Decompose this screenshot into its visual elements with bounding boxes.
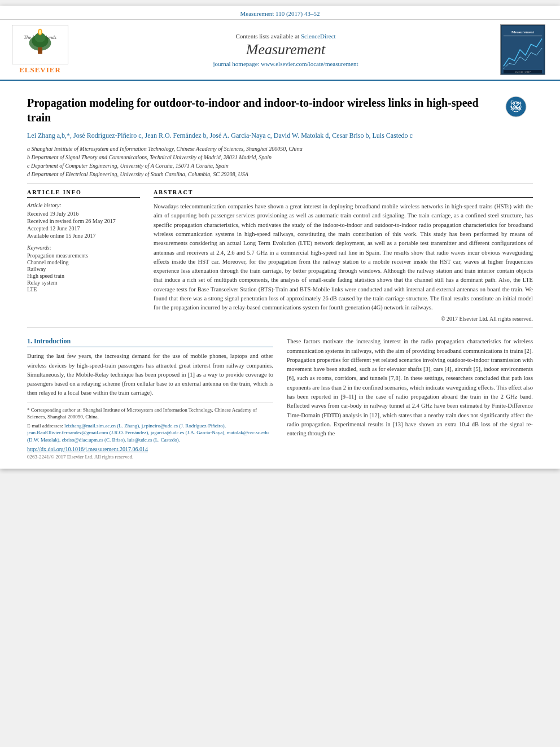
intro-left-col: 1. Introduction During the last few year…	[27, 337, 273, 459]
sciencedirect-info: Contents lists available at ScienceDirec…	[82, 33, 489, 40]
section1-title: 1. Introduction	[27, 337, 273, 347]
abstract-text: Nowadays telecommunication companies hav…	[154, 202, 533, 312]
affiliation-c: c Department of Computer Engineering, Un…	[27, 161, 533, 170]
info-abstract-section: ARTICLE INFO Article history: Received 1…	[27, 184, 533, 328]
journal-cover-section: Measurement Vol 110 | 2017	[500, 24, 551, 75]
revised-date: Received in revised form 26 May 2017	[27, 218, 140, 224]
affiliation-b: b Department of Signal Theory and Commun…	[27, 153, 533, 161]
received-date: Received 19 July 2016	[27, 211, 140, 217]
svg-point-7	[39, 30, 41, 34]
keywords-section: Keywords: Propagation measurements Chann…	[27, 244, 140, 292]
keyword-5: LTE	[27, 286, 140, 292]
doi-link[interactable]: http://dx.doi.org/10.1016/j.measurement.…	[27, 446, 273, 452]
keyword-2: Railway	[27, 266, 140, 272]
affiliation-a: a Shanghai Institute of Microsystem and …	[27, 145, 533, 153]
copyright-bottom: 0263-2241/© 2017 Elsevier Ltd. All right…	[27, 454, 273, 460]
intro-right-text: These factors motivate the increasing in…	[287, 337, 533, 438]
email-links[interactable]: leizhang@mail.sim.ac.cn (L. Zhang), j.rp…	[27, 423, 269, 443]
elsevier-logo-section: The Netherlands ELSEVIER	[9, 25, 71, 75]
intro-left-text: During the last few years, the increasin…	[27, 352, 273, 397]
page: Measurement 110 (2017) 43–52 The Netherl…	[0, 6, 560, 469]
svg-text:Measurement: Measurement	[511, 30, 535, 34]
journal-title: Measurement	[82, 41, 489, 58]
keyword-0: Propagation measurements	[27, 252, 140, 259]
journal-homepage: journal homepage: www.elsevier.com/locat…	[82, 60, 489, 67]
svg-text:Cross: Cross	[510, 100, 521, 105]
keywords-label: Keywords:	[27, 244, 140, 251]
elsevier-logo-image: The Netherlands	[12, 25, 68, 64]
main-content: Propagation modeling for outdoor-to-indo…	[0, 81, 560, 469]
abstract-heading: ABSTRACT	[154, 189, 533, 198]
article-info-panel: ARTICLE INFO Article history: Received 1…	[27, 189, 140, 322]
crossmark-badge[interactable]: Cross Mark	[499, 95, 533, 118]
abstract-copyright: © 2017 Elsevier Ltd. All rights reserved…	[154, 316, 533, 322]
footnote-section: * Corresponding author at: Shanghai Inst…	[27, 403, 273, 460]
body-section: 1. Introduction During the last few year…	[27, 328, 533, 459]
journal-bar: Measurement 110 (2017) 43–52	[0, 6, 560, 20]
elsevier-logo: The Netherlands ELSEVIER	[9, 25, 71, 75]
available-date: Available online 15 June 2017	[27, 233, 140, 239]
elsevier-brand-text: ELSEVIER	[19, 65, 61, 75]
email-footnote: E-mail addresses: leizhang@mail.sim.ac.c…	[27, 422, 273, 444]
journal-info-center: Contents lists available at ScienceDirec…	[77, 33, 495, 67]
article-title: Propagation modeling for outdoor-to-indo…	[27, 95, 533, 125]
title-section: Propagation modeling for outdoor-to-indo…	[27, 90, 533, 184]
svg-text:Vol 110 | 2017: Vol 110 | 2017	[515, 71, 531, 73]
journal-header: The Netherlands ELSEVIER Contents li	[0, 20, 560, 81]
corresponding-footnote: * Corresponding author at: Shanghai Inst…	[27, 407, 273, 421]
intro-right-col: These factors motivate the increasing in…	[287, 337, 533, 459]
affiliation-d: d Department of Electrical Engineering, …	[27, 170, 533, 178]
article-info-heading: ARTICLE INFO	[27, 189, 140, 198]
history-label: Article history:	[27, 202, 140, 208]
svg-rect-5	[38, 47, 42, 54]
journal-cover-image: Measurement Vol 110 | 2017	[500, 24, 545, 75]
keyword-4: Relay system	[27, 279, 140, 286]
keyword-1: Channel modeling	[27, 259, 140, 265]
accepted-date: Accepted 12 June 2017	[27, 225, 140, 231]
abstract-panel: ABSTRACT Nowadays telecommunication comp…	[154, 189, 533, 322]
affiliations-list: a Shanghai Institute of Microsystem and …	[27, 145, 533, 178]
authors-list: Lei Zhang a,b,*, José Rodríguez-Piñeiro …	[27, 130, 533, 141]
sciencedirect-link[interactable]: ScienceDirect	[301, 33, 336, 40]
intro-two-col: 1. Introduction During the last few year…	[27, 337, 533, 459]
journal-citation-link[interactable]: Measurement 110 (2017) 43–52	[240, 10, 320, 17]
keyword-3: High speed train	[27, 273, 140, 279]
email-label: E-mail addresses:	[27, 423, 63, 429]
